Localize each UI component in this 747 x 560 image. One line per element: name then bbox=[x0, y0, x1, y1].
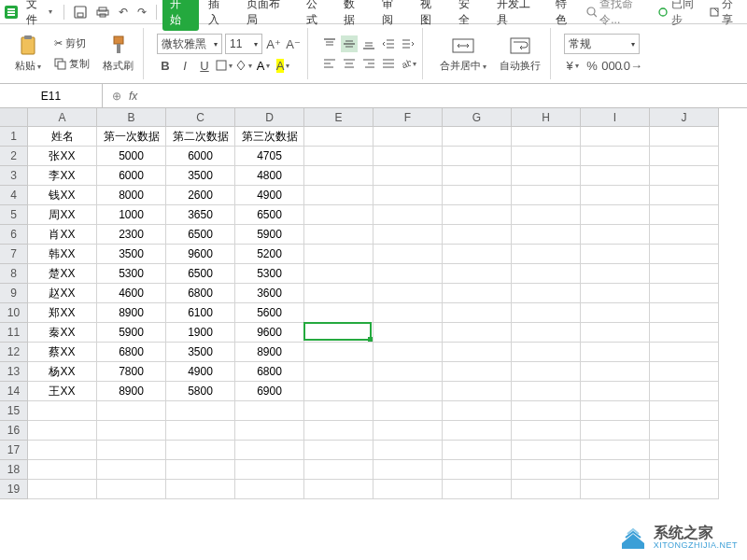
cell[interactable]: 楚XX bbox=[28, 264, 97, 284]
cell[interactable] bbox=[650, 382, 719, 401]
row-header[interactable]: 14 bbox=[0, 382, 28, 401]
cell[interactable] bbox=[304, 382, 374, 401]
cell[interactable]: 第二次数据 bbox=[166, 127, 235, 147]
cell[interactable] bbox=[304, 460, 374, 480]
cell[interactable]: 8900 bbox=[97, 303, 166, 323]
cell[interactable]: 第一次数据 bbox=[97, 127, 166, 147]
format-painter-button[interactable]: 格式刷 bbox=[99, 33, 137, 75]
cell[interactable]: 6500 bbox=[166, 225, 235, 245]
save-icon[interactable] bbox=[70, 4, 91, 21]
cell[interactable] bbox=[512, 421, 581, 441]
cell[interactable] bbox=[304, 303, 374, 323]
cell[interactable] bbox=[304, 343, 374, 362]
cell[interactable] bbox=[581, 323, 650, 343]
italic-button[interactable]: I bbox=[176, 57, 193, 74]
cell[interactable] bbox=[512, 245, 581, 264]
cell[interactable] bbox=[374, 480, 443, 499]
cell[interactable]: 第三次数据 bbox=[235, 127, 304, 147]
file-menu[interactable]: 文件▾ bbox=[21, 0, 58, 30]
cell[interactable] bbox=[28, 421, 97, 441]
cell[interactable] bbox=[650, 323, 719, 343]
cut-button[interactable]: ✂剪切 bbox=[50, 35, 93, 52]
tab-insert[interactable]: 插入 bbox=[201, 0, 237, 31]
cell[interactable] bbox=[443, 382, 512, 401]
cell[interactable] bbox=[166, 441, 235, 460]
cell[interactable] bbox=[97, 421, 166, 441]
underline-button[interactable]: U bbox=[196, 57, 213, 74]
cell[interactable]: 2300 bbox=[97, 225, 166, 245]
cell[interactable] bbox=[443, 343, 512, 362]
cell[interactable]: 4900 bbox=[166, 362, 235, 382]
cell[interactable]: 蔡XX bbox=[28, 343, 97, 362]
sync-status[interactable]: 已同步 bbox=[656, 0, 703, 28]
tab-formula[interactable]: 公式 bbox=[299, 0, 335, 31]
cell[interactable] bbox=[304, 225, 374, 245]
cell[interactable] bbox=[304, 264, 374, 284]
cell[interactable] bbox=[650, 186, 719, 205]
cell[interactable] bbox=[650, 245, 719, 264]
cell[interactable] bbox=[650, 264, 719, 284]
tab-special[interactable]: 特色 bbox=[548, 0, 585, 31]
column-header[interactable]: C bbox=[166, 108, 235, 127]
cell[interactable] bbox=[581, 225, 650, 245]
increase-indent-icon[interactable] bbox=[400, 35, 416, 52]
print-icon[interactable] bbox=[92, 4, 113, 21]
cell[interactable] bbox=[443, 127, 512, 147]
copy-button[interactable]: 复制 bbox=[50, 55, 93, 73]
cell[interactable] bbox=[304, 245, 374, 264]
tab-review[interactable]: 审阅 bbox=[374, 0, 411, 31]
row-header[interactable]: 6 bbox=[0, 225, 28, 245]
cell-reference-input[interactable] bbox=[19, 90, 84, 103]
row-header[interactable]: 4 bbox=[0, 186, 28, 205]
cell[interactable]: 钱XX bbox=[28, 186, 97, 205]
column-header[interactable]: J bbox=[650, 108, 719, 127]
cell[interactable] bbox=[304, 421, 374, 441]
cell[interactable]: 9600 bbox=[166, 245, 235, 264]
cell[interactable]: 3500 bbox=[166, 343, 235, 362]
row-header[interactable]: 8 bbox=[0, 264, 28, 284]
cell[interactable] bbox=[443, 421, 512, 441]
cell[interactable] bbox=[581, 264, 650, 284]
cell[interactable] bbox=[443, 205, 512, 225]
cell[interactable] bbox=[28, 480, 97, 499]
tab-view[interactable]: 视图 bbox=[413, 0, 449, 31]
cell[interactable] bbox=[512, 382, 581, 401]
tab-security[interactable]: 安全 bbox=[451, 0, 487, 31]
tab-developer[interactable]: 开发工具 bbox=[489, 0, 547, 31]
cell[interactable]: 郑XX bbox=[28, 303, 97, 323]
cell[interactable] bbox=[581, 460, 650, 480]
cell[interactable] bbox=[650, 441, 719, 460]
cell[interactable] bbox=[374, 147, 443, 166]
column-header[interactable]: I bbox=[581, 108, 650, 127]
highlight-button[interactable]: A bbox=[275, 57, 291, 74]
cell[interactable] bbox=[443, 166, 512, 186]
row-header[interactable]: 5 bbox=[0, 205, 28, 225]
redo-icon[interactable]: ↷ bbox=[134, 4, 150, 21]
cell[interactable]: 7800 bbox=[97, 362, 166, 382]
cell[interactable] bbox=[512, 166, 581, 186]
cell[interactable] bbox=[581, 127, 650, 147]
cell[interactable] bbox=[304, 362, 374, 382]
cell[interactable] bbox=[374, 127, 443, 147]
cell[interactable]: 5600 bbox=[235, 303, 304, 323]
cell[interactable]: 3600 bbox=[235, 284, 304, 303]
cell[interactable]: 秦XX bbox=[28, 323, 97, 343]
font-size-select[interactable]: 11▾ bbox=[225, 34, 262, 54]
cell[interactable]: 肖XX bbox=[28, 225, 97, 245]
row-header[interactable]: 12 bbox=[0, 343, 28, 362]
row-header[interactable]: 7 bbox=[0, 245, 28, 264]
command-search[interactable]: 查找命令... bbox=[586, 0, 651, 28]
cell[interactable] bbox=[581, 401, 650, 421]
align-left-icon[interactable] bbox=[321, 55, 338, 72]
cell[interactable] bbox=[512, 323, 581, 343]
cell[interactable]: 6900 bbox=[235, 382, 304, 401]
justify-icon[interactable] bbox=[380, 55, 397, 72]
cell[interactable] bbox=[581, 245, 650, 264]
row-header[interactable]: 3 bbox=[0, 166, 28, 186]
cell[interactable] bbox=[374, 205, 443, 225]
tab-page-layout[interactable]: 页面布局 bbox=[239, 0, 297, 31]
cell[interactable] bbox=[304, 401, 374, 421]
cell[interactable] bbox=[443, 362, 512, 382]
increase-font-icon[interactable]: A⁺ bbox=[265, 35, 282, 52]
cell[interactable] bbox=[374, 284, 443, 303]
